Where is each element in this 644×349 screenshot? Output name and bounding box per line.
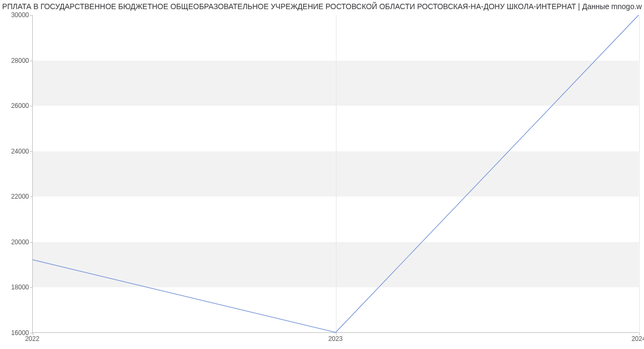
y-axis-tick	[30, 242, 33, 243]
y-axis-label: 20000	[1, 238, 29, 246]
x-axis-label: 2023	[328, 335, 343, 343]
x-axis-label: 2022	[25, 335, 40, 343]
x-gridline	[639, 15, 640, 332]
x-axis-label: 2024	[632, 335, 644, 343]
y-axis-label: 28000	[1, 57, 29, 64]
y-axis-tick	[30, 106, 33, 106]
y-axis-tick	[30, 197, 33, 197]
y-axis-label: 22000	[1, 193, 29, 200]
y-axis-tick	[30, 15, 33, 16]
y-axis-label: 18000	[1, 283, 29, 291]
y-axis-label: 30000	[1, 11, 29, 19]
y-axis-tick	[30, 61, 33, 61]
y-axis-label: 24000	[1, 148, 29, 155]
y-axis-tick	[30, 287, 33, 288]
y-axis-tick	[30, 151, 33, 152]
line-series	[33, 15, 639, 332]
plot-area	[32, 15, 639, 333]
chart-title: РПЛАТА В ГОСУДАРСТВЕННОЕ БЮДЖЕТНОЕ ОБЩЕО…	[0, 2, 644, 11]
y-axis-label: 26000	[1, 102, 29, 110]
